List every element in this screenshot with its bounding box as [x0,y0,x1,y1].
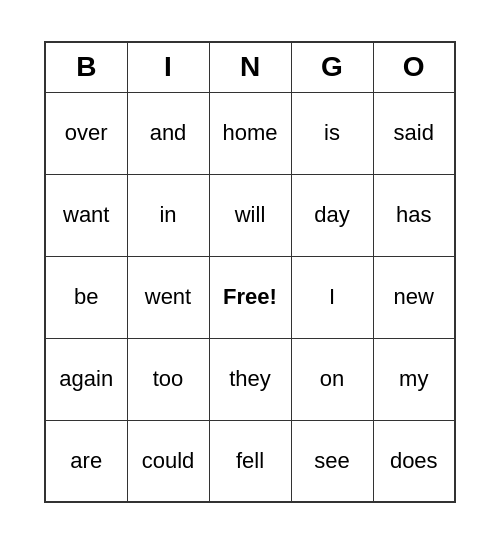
header-n: N [209,42,291,92]
table-cell: went [127,256,209,338]
table-cell: home [209,92,291,174]
header-i: I [127,42,209,92]
bingo-container: B I N G O overandhomeissaidwantinwillday… [24,21,476,523]
table-cell: does [373,420,455,502]
table-cell: new [373,256,455,338]
table-row: bewentFree!Inew [45,256,455,338]
table-row: arecouldfellseedoes [45,420,455,502]
table-row: againtootheyonmy [45,338,455,420]
table-cell: want [45,174,127,256]
table-cell: they [209,338,291,420]
table-cell: Free! [209,256,291,338]
table-cell: in [127,174,209,256]
table-cell: see [291,420,373,502]
table-cell: over [45,92,127,174]
table-cell: too [127,338,209,420]
table-cell: said [373,92,455,174]
table-cell: my [373,338,455,420]
table-cell: will [209,174,291,256]
table-cell: on [291,338,373,420]
table-cell: could [127,420,209,502]
bingo-body: overandhomeissaidwantinwilldayhasbewentF… [45,92,455,502]
table-cell: fell [209,420,291,502]
table-row: overandhomeissaid [45,92,455,174]
header-b: B [45,42,127,92]
header-g: G [291,42,373,92]
table-row: wantinwilldayhas [45,174,455,256]
header-o: O [373,42,455,92]
table-cell: again [45,338,127,420]
bingo-table: B I N G O overandhomeissaidwantinwillday… [44,41,456,503]
table-cell: I [291,256,373,338]
table-cell: and [127,92,209,174]
table-cell: is [291,92,373,174]
table-cell: be [45,256,127,338]
header-row: B I N G O [45,42,455,92]
table-cell: are [45,420,127,502]
table-cell: has [373,174,455,256]
table-cell: day [291,174,373,256]
